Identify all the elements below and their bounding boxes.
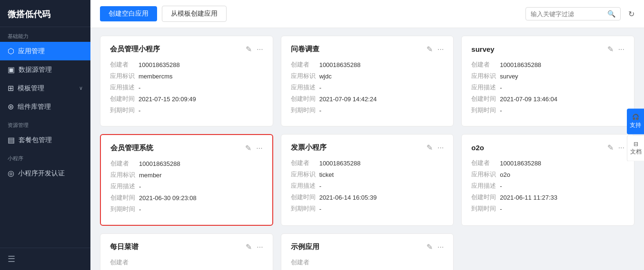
sidebar-item-data-management[interactable]: ▣ 数据源管理 bbox=[0, 60, 90, 79]
create-blank-btn[interactable]: 创建空白应用 bbox=[100, 6, 157, 21]
more-icon[interactable]: ··· bbox=[437, 45, 444, 54]
card-title: 每日菜谱 bbox=[110, 242, 241, 251]
card-creator-row: 创建者 100018635288 bbox=[291, 159, 444, 167]
edit-icon[interactable]: ✎ bbox=[245, 144, 251, 153]
appid-value: membercms bbox=[139, 73, 173, 80]
expiry-label: 到期时间 bbox=[291, 106, 319, 115]
sidebar-collapse-btn[interactable]: ☰ bbox=[0, 248, 90, 270]
creator-label: 创建者 bbox=[471, 159, 500, 167]
sidebar-item-miniprogram-cert[interactable]: ◎ 小程序开发认证 bbox=[0, 164, 90, 183]
search-input[interactable] bbox=[531, 10, 604, 18]
sidebar-item-template-management[interactable]: ⊞ 模板管理 ∨ bbox=[0, 79, 90, 97]
sidebar-item-label: 应用管理 bbox=[18, 47, 45, 56]
desc-label: 应用描述 bbox=[110, 182, 139, 191]
edit-icon[interactable]: ✎ bbox=[426, 45, 433, 54]
sidebar-section-basic: 基础能力 bbox=[0, 27, 90, 42]
created-label: 创建时间 bbox=[471, 193, 500, 202]
card-header: 会员管理小程序 ✎ ··· bbox=[110, 45, 263, 54]
card-created-row: 创建时间 2021-06-11 11:27:33 bbox=[471, 193, 624, 202]
expiry-label: 到期时间 bbox=[291, 204, 319, 213]
card-header: 发票小程序 ✎ ··· bbox=[291, 143, 444, 152]
card-expiry-row: 到期时间 - bbox=[110, 106, 263, 115]
card-title: 示例应用 bbox=[291, 242, 422, 251]
card-creator-row: 创建者 100018635288 bbox=[110, 159, 263, 168]
desc-label: 应用描述 bbox=[471, 83, 500, 92]
appid-label: 应用标识 bbox=[110, 171, 139, 179]
support-button[interactable]: 🎧 支持 bbox=[627, 108, 644, 134]
more-icon[interactable]: ··· bbox=[257, 45, 263, 54]
more-icon[interactable]: ··· bbox=[437, 144, 444, 152]
appid-label: 应用标识 bbox=[471, 72, 500, 80]
app-card[interactable]: 每日菜谱 ✎ ··· 创建者 应用标识 应用描述 创建时间 到期时间 bbox=[100, 233, 273, 270]
app-card[interactable]: 问卷调查 ✎ ··· 创建者 100018635288 应用标识 wjdc 应用… bbox=[281, 36, 454, 126]
creator-value: 100018635288 bbox=[139, 61, 180, 68]
card-header: survey ✎ ··· bbox=[471, 45, 624, 54]
card-appid-row: 应用标识 survey bbox=[471, 72, 624, 80]
more-icon[interactable]: ··· bbox=[256, 144, 262, 153]
card-creator-row: 创建者 bbox=[291, 258, 444, 267]
desc-value: - bbox=[500, 84, 502, 91]
card-desc-row: 应用描述 - bbox=[471, 83, 624, 92]
app-card[interactable]: o2o ✎ ··· 创建者 100018635288 应用标识 o2o 应用描述… bbox=[461, 134, 634, 226]
appid-value: wjdc bbox=[319, 73, 332, 80]
create-from-template-btn[interactable]: 从模板创建应用 bbox=[162, 6, 227, 22]
creator-value: 100018635288 bbox=[500, 160, 541, 167]
sidebar-item-label: 小程序开发认证 bbox=[18, 169, 65, 178]
more-icon[interactable]: ··· bbox=[618, 144, 624, 152]
more-icon[interactable]: ··· bbox=[257, 243, 263, 251]
app-card[interactable]: 会员管理系统 ✎ ··· 创建者 100018635288 应用标识 membe… bbox=[100, 134, 273, 226]
edit-icon[interactable]: ✎ bbox=[607, 143, 614, 152]
app-card[interactable]: 示例应用 ✎ ··· 创建者 应用标识 应用描述 创建时间 到期时间 bbox=[281, 233, 454, 270]
card-title: 会员管理小程序 bbox=[110, 45, 241, 54]
created-value: 2021-07-09 14:42:24 bbox=[319, 96, 377, 103]
search-box: 🔍 bbox=[525, 7, 621, 20]
card-created-row: 创建时间 2021-07-15 20:09:49 bbox=[110, 95, 263, 103]
desc-label: 应用描述 bbox=[110, 83, 139, 92]
doc-icon: ⊟ bbox=[629, 140, 642, 148]
expiry-value: - bbox=[500, 107, 502, 114]
created-label: 创建时间 bbox=[291, 95, 319, 103]
creator-value: 100018635288 bbox=[139, 160, 180, 167]
card-desc-row: 应用描述 - bbox=[110, 182, 263, 191]
appid-label: 应用标识 bbox=[291, 72, 319, 80]
refresh-icon[interactable]: ↻ bbox=[628, 10, 634, 19]
desc-label: 应用描述 bbox=[291, 83, 319, 92]
edit-icon[interactable]: ✎ bbox=[607, 45, 614, 54]
doc-button[interactable]: ⊟ 文档 bbox=[627, 135, 644, 162]
edit-icon[interactable]: ✎ bbox=[426, 143, 433, 152]
card-expiry-row: 到期时间 - bbox=[110, 205, 263, 213]
more-icon[interactable]: ··· bbox=[437, 243, 444, 251]
expiry-value: - bbox=[139, 206, 141, 213]
sidebar-item-label: 套餐包管理 bbox=[19, 136, 52, 145]
sidebar-item-app-management[interactable]: ⬡ 应用管理 bbox=[0, 42, 90, 60]
created-value: 2021-06-14 16:05:39 bbox=[319, 194, 377, 201]
app-card[interactable]: 发票小程序 ✎ ··· 创建者 100018635288 应用标识 ticket… bbox=[281, 134, 454, 226]
edit-icon[interactable]: ✎ bbox=[426, 242, 433, 251]
sidebar-section-resource: 资源管理 bbox=[0, 116, 90, 131]
top-bar: 创建空白应用 从模板创建应用 🔍 ↻ bbox=[90, 0, 644, 28]
creator-label: 创建者 bbox=[291, 159, 319, 167]
edit-icon[interactable]: ✎ bbox=[246, 45, 252, 54]
sidebar-logo: 微搭低代码 bbox=[0, 0, 90, 27]
sidebar-item-label: 数据源管理 bbox=[19, 66, 52, 74]
expiry-value: - bbox=[319, 107, 321, 114]
more-icon[interactable]: ··· bbox=[618, 45, 624, 54]
app-card[interactable]: survey ✎ ··· 创建者 100018635288 应用标识 surve… bbox=[461, 36, 634, 126]
sidebar-item-package-management[interactable]: ▤ 套餐包管理 bbox=[0, 131, 90, 149]
appid-value: member bbox=[139, 172, 162, 179]
support-label: 支持 bbox=[629, 121, 642, 129]
app-card[interactable]: 会员管理小程序 ✎ ··· 创建者 100018635288 应用标识 memb… bbox=[100, 36, 273, 126]
sidebar-item-label: 组件库管理 bbox=[18, 103, 51, 111]
expiry-label: 到期时间 bbox=[471, 106, 500, 115]
card-created-row: 创建时间 2021-06-30 09:23:08 bbox=[110, 193, 263, 202]
card-creator-row: 创建者 100018635288 bbox=[110, 60, 263, 69]
created-value: 2021-07-09 13:46:04 bbox=[500, 96, 557, 103]
card-header: 会员管理系统 ✎ ··· bbox=[110, 144, 263, 153]
sidebar-item-component-management[interactable]: ⊛ 组件库管理 bbox=[0, 97, 90, 116]
creator-label: 创建者 bbox=[291, 258, 319, 267]
card-desc-row: 应用描述 - bbox=[471, 182, 624, 190]
headset-icon: 🎧 bbox=[629, 113, 642, 121]
card-appid-row: 应用标识 member bbox=[110, 171, 263, 179]
card-header: 问卷调查 ✎ ··· bbox=[291, 45, 444, 54]
edit-icon[interactable]: ✎ bbox=[246, 242, 252, 251]
